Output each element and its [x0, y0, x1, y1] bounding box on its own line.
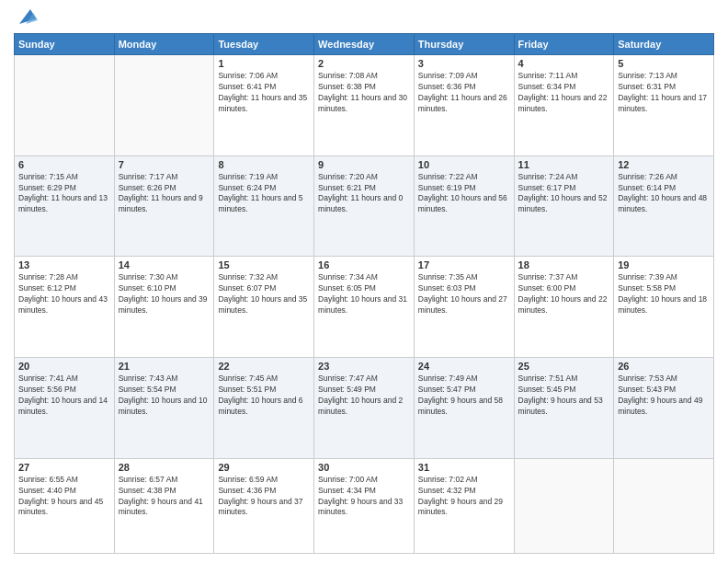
- table-row: 10Sunrise: 7:22 AMSunset: 6:19 PMDayligh…: [414, 155, 514, 257]
- col-sunday: Sunday: [15, 34, 115, 55]
- day-number: 12: [618, 159, 710, 170]
- calendar-header-row: Sunday Monday Tuesday Wednesday Thursday…: [15, 34, 714, 55]
- day-number: 20: [18, 361, 110, 372]
- day-info: Sunrise: 7:26 AMSunset: 6:14 PMDaylight:…: [618, 172, 710, 216]
- day-number: 5: [618, 58, 710, 69]
- table-row: 2Sunrise: 7:08 AMSunset: 6:38 PMDaylight…: [314, 55, 415, 156]
- day-number: 15: [218, 259, 310, 270]
- table-row: 12Sunrise: 7:26 AMSunset: 6:14 PMDayligh…: [614, 155, 714, 257]
- day-info: Sunrise: 7:09 AMSunset: 6:36 PMDaylight:…: [418, 71, 510, 115]
- day-number: 30: [318, 462, 410, 473]
- day-number: 29: [218, 462, 310, 473]
- day-number: 18: [518, 259, 610, 270]
- table-row: 23Sunrise: 7:47 AMSunset: 5:49 PMDayligh…: [314, 358, 415, 459]
- day-number: 13: [18, 259, 110, 270]
- day-info: Sunrise: 7:11 AMSunset: 6:34 PMDaylight:…: [518, 71, 610, 115]
- day-info: Sunrise: 7:35 AMSunset: 6:03 PMDaylight:…: [418, 272, 510, 316]
- day-info: Sunrise: 7:28 AMSunset: 6:12 PMDaylight:…: [18, 272, 110, 316]
- table-row: 19Sunrise: 7:39 AMSunset: 5:58 PMDayligh…: [614, 257, 714, 358]
- day-number: 24: [418, 361, 510, 372]
- table-row: 15Sunrise: 7:32 AMSunset: 6:07 PMDayligh…: [214, 257, 314, 358]
- table-row: 28Sunrise: 6:57 AMSunset: 4:38 PMDayligh…: [114, 458, 214, 553]
- table-row: 14Sunrise: 7:30 AMSunset: 6:10 PMDayligh…: [114, 257, 214, 358]
- table-row: 13Sunrise: 7:28 AMSunset: 6:12 PMDayligh…: [15, 257, 115, 358]
- day-number: 21: [119, 361, 210, 372]
- table-row: 17Sunrise: 7:35 AMSunset: 6:03 PMDayligh…: [414, 257, 514, 358]
- table-row: 8Sunrise: 7:19 AMSunset: 6:24 PMDaylight…: [214, 155, 314, 257]
- calendar-week-row: 13Sunrise: 7:28 AMSunset: 6:12 PMDayligh…: [15, 257, 714, 358]
- day-number: 26: [618, 361, 710, 372]
- day-info: Sunrise: 6:55 AMSunset: 4:40 PMDaylight:…: [18, 475, 110, 519]
- day-number: 27: [18, 462, 110, 473]
- col-monday: Monday: [114, 34, 214, 55]
- day-info: Sunrise: 7:08 AMSunset: 6:38 PMDaylight:…: [318, 71, 410, 115]
- day-number: 6: [18, 159, 110, 170]
- day-number: 8: [218, 159, 310, 170]
- day-info: Sunrise: 7:24 AMSunset: 6:17 PMDaylight:…: [518, 172, 610, 216]
- day-info: Sunrise: 6:57 AMSunset: 4:38 PMDaylight:…: [119, 475, 210, 519]
- day-info: Sunrise: 7:53 AMSunset: 5:43 PMDaylight:…: [618, 373, 710, 418]
- day-number: 23: [318, 361, 410, 372]
- table-row: 18Sunrise: 7:37 AMSunset: 6:00 PMDayligh…: [514, 257, 614, 358]
- day-info: Sunrise: 7:20 AMSunset: 6:21 PMDaylight:…: [318, 172, 410, 216]
- day-info: Sunrise: 7:51 AMSunset: 5:45 PMDaylight:…: [518, 373, 610, 418]
- calendar-week-row: 27Sunrise: 6:55 AMSunset: 4:40 PMDayligh…: [15, 458, 714, 553]
- calendar-week-row: 6Sunrise: 7:15 AMSunset: 6:29 PMDaylight…: [15, 155, 714, 257]
- col-tuesday: Tuesday: [214, 34, 314, 55]
- day-info: Sunrise: 7:39 AMSunset: 5:58 PMDaylight:…: [618, 272, 710, 316]
- table-row: [514, 458, 614, 553]
- table-row: 6Sunrise: 7:15 AMSunset: 6:29 PMDaylight…: [15, 155, 115, 257]
- table-row: 4Sunrise: 7:11 AMSunset: 6:34 PMDaylight…: [514, 55, 614, 156]
- page: Sunday Monday Tuesday Wednesday Thursday…: [0, 0, 728, 563]
- table-row: 16Sunrise: 7:34 AMSunset: 6:05 PMDayligh…: [314, 257, 415, 358]
- logo-text: [14, 9, 38, 28]
- day-number: 16: [318, 259, 410, 270]
- day-number: 2: [318, 58, 410, 69]
- table-row: 22Sunrise: 7:45 AMSunset: 5:51 PMDayligh…: [214, 358, 314, 459]
- logo-icon: [16, 6, 38, 28]
- day-info: Sunrise: 7:00 AMSunset: 4:34 PMDaylight:…: [318, 475, 410, 519]
- table-row: 3Sunrise: 7:09 AMSunset: 6:36 PMDaylight…: [414, 55, 514, 156]
- table-row: 7Sunrise: 7:17 AMSunset: 6:26 PMDaylight…: [114, 155, 214, 257]
- day-info: Sunrise: 7:43 AMSunset: 5:54 PMDaylight:…: [119, 373, 210, 418]
- table-row: 20Sunrise: 7:41 AMSunset: 5:56 PMDayligh…: [15, 358, 115, 459]
- col-friday: Friday: [514, 34, 614, 55]
- day-info: Sunrise: 7:17 AMSunset: 6:26 PMDaylight:…: [119, 172, 210, 216]
- day-info: Sunrise: 7:13 AMSunset: 6:31 PMDaylight:…: [618, 71, 710, 115]
- header: [14, 9, 714, 28]
- day-info: Sunrise: 7:22 AMSunset: 6:19 PMDaylight:…: [418, 172, 510, 216]
- table-row: 1Sunrise: 7:06 AMSunset: 6:41 PMDaylight…: [214, 55, 314, 156]
- table-row: 9Sunrise: 7:20 AMSunset: 6:21 PMDaylight…: [314, 155, 415, 257]
- day-info: Sunrise: 7:02 AMSunset: 4:32 PMDaylight:…: [418, 475, 510, 519]
- logo: [14, 9, 38, 28]
- day-number: 9: [318, 159, 410, 170]
- day-number: 1: [218, 58, 310, 69]
- day-number: 14: [119, 259, 210, 270]
- day-number: 7: [119, 159, 210, 170]
- day-number: 3: [418, 58, 510, 69]
- day-number: 22: [218, 361, 310, 372]
- day-info: Sunrise: 7:41 AMSunset: 5:56 PMDaylight:…: [18, 373, 110, 418]
- table-row: 30Sunrise: 7:00 AMSunset: 4:34 PMDayligh…: [314, 458, 415, 553]
- day-number: 17: [418, 259, 510, 270]
- table-row: 21Sunrise: 7:43 AMSunset: 5:54 PMDayligh…: [114, 358, 214, 459]
- table-row: 27Sunrise: 6:55 AMSunset: 4:40 PMDayligh…: [15, 458, 115, 553]
- day-number: 31: [418, 462, 510, 473]
- day-info: Sunrise: 7:32 AMSunset: 6:07 PMDaylight:…: [218, 272, 310, 316]
- day-info: Sunrise: 7:34 AMSunset: 6:05 PMDaylight:…: [318, 272, 410, 316]
- day-number: 25: [518, 361, 610, 372]
- day-number: 11: [518, 159, 610, 170]
- table-row: 26Sunrise: 7:53 AMSunset: 5:43 PMDayligh…: [614, 358, 714, 459]
- day-number: 19: [618, 259, 710, 270]
- day-info: Sunrise: 7:06 AMSunset: 6:41 PMDaylight:…: [218, 71, 310, 115]
- calendar-table: Sunday Monday Tuesday Wednesday Thursday…: [14, 33, 714, 554]
- day-info: Sunrise: 6:59 AMSunset: 4:36 PMDaylight:…: [218, 475, 310, 519]
- col-wednesday: Wednesday: [314, 34, 415, 55]
- table-row: 31Sunrise: 7:02 AMSunset: 4:32 PMDayligh…: [414, 458, 514, 553]
- day-info: Sunrise: 7:49 AMSunset: 5:47 PMDaylight:…: [418, 373, 510, 418]
- table-row: [614, 458, 714, 553]
- day-info: Sunrise: 7:19 AMSunset: 6:24 PMDaylight:…: [218, 172, 310, 216]
- day-info: Sunrise: 7:45 AMSunset: 5:51 PMDaylight:…: [218, 373, 310, 418]
- day-number: 10: [418, 159, 510, 170]
- calendar-week-row: 20Sunrise: 7:41 AMSunset: 5:56 PMDayligh…: [15, 358, 714, 459]
